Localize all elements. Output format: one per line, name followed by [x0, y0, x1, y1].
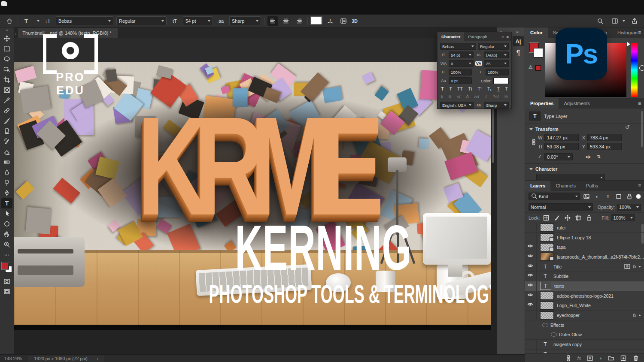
- pen-tool[interactable]: [1, 188, 12, 198]
- cp-font-family-select[interactable]: Bebas: [440, 43, 476, 50]
- character-section-header[interactable]: Character: [525, 164, 644, 173]
- cp-anti-alias-select[interactable]: Sharp: [484, 102, 509, 109]
- document-canvas[interactable]: KRME KERNING PHOTOSHOP TOOLS & TERMINOLO…: [14, 62, 491, 330]
- new-group-icon[interactable]: [608, 355, 614, 362]
- layer-row[interactable]: Outer Glow: [525, 330, 644, 340]
- text-color-swatch[interactable]: [311, 17, 322, 25]
- layer-name[interactable]: magenta: [553, 352, 644, 353]
- hue-strip[interactable]: [631, 43, 638, 97]
- zoom-level[interactable]: 148.23%: [4, 356, 22, 361]
- layer-row[interactable]: TSubtitle: [525, 272, 644, 281]
- cp-vscale-field[interactable]: 100%: [449, 69, 472, 75]
- panel-menu-icon[interactable]: ≡: [638, 100, 644, 106]
- type-tool-preset-icon[interactable]: T: [21, 16, 31, 26]
- cp-kerning-select[interactable]: 0: [449, 60, 474, 67]
- tab-properties[interactable]: Properties: [525, 98, 559, 109]
- delete-layer-icon[interactable]: [632, 355, 639, 362]
- layer-row[interactable]: Tmagenta copy: [525, 340, 644, 350]
- brush-tool[interactable]: [1, 116, 12, 126]
- color-swatches[interactable]: [2, 262, 12, 273]
- path-selection-tool[interactable]: [1, 208, 12, 219]
- layer-thumbnail[interactable]: T: [540, 341, 550, 348]
- character-panel-icon[interactable]: A|: [513, 36, 524, 46]
- opentype-button-6[interactable]: 1st: [493, 94, 499, 99]
- layer-name[interactable]: Title: [553, 264, 624, 269]
- crop-tool[interactable]: [1, 75, 12, 85]
- status-chevron-icon[interactable]: ›: [97, 356, 99, 361]
- spot-healing-brush-tool[interactable]: [1, 106, 12, 116]
- layer-thumbnail[interactable]: [540, 302, 554, 310]
- layer-thumbnail[interactable]: [540, 253, 554, 261]
- layer-name[interactable]: Subtitle: [553, 274, 644, 279]
- tab-character[interactable]: Character: [437, 32, 464, 41]
- opentype-button-7[interactable]: ½: [504, 94, 508, 99]
- layer-row[interactable]: TTitlefx: [525, 262, 644, 272]
- layer-thumbnail[interactable]: [540, 292, 554, 300]
- dodge-tool[interactable]: [1, 178, 12, 188]
- filter-adjustment-layers-icon[interactable]: ◐: [593, 193, 601, 200]
- cp-leading-select[interactable]: (Auto): [484, 51, 509, 58]
- layer-name[interactable]: tapa: [557, 244, 644, 250]
- frame-tool[interactable]: [1, 85, 12, 95]
- warp-text-icon[interactable]: T: [325, 16, 335, 26]
- align-left-button[interactable]: [267, 16, 278, 26]
- link-dimensions-icon[interactable]: [530, 139, 537, 146]
- height-field[interactable]: 59.08 px: [544, 143, 579, 150]
- filter-toggle[interactable]: [636, 194, 641, 199]
- collapse-toolbar-icon[interactable]: »: [6, 28, 7, 32]
- opentype-button-3[interactable]: A: [466, 94, 469, 99]
- visibility-toggle-empty[interactable]: [525, 350, 537, 353]
- font-size-select[interactable]: 54 pt: [183, 16, 213, 25]
- align-right-button[interactable]: [294, 16, 304, 26]
- tab-layers[interactable]: Layers: [525, 181, 550, 191]
- visibility-eye-icon[interactable]: [525, 272, 537, 281]
- layer-name[interactable]: magenta copy: [553, 342, 644, 347]
- rotate-field[interactable]: 0.00°: [544, 153, 573, 160]
- filter-pixel-layers-icon[interactable]: [582, 193, 591, 200]
- layer-name[interactable]: texto: [554, 284, 644, 289]
- tab-color[interactable]: Color: [525, 27, 548, 38]
- screen-mode-icon[interactable]: [1, 287, 12, 297]
- layer-thumbnail[interactable]: [540, 223, 554, 232]
- add-mask-icon[interactable]: [586, 355, 593, 362]
- font-family-select[interactable]: Bebas: [56, 16, 113, 25]
- chevron-down-icon[interactable]: [37, 20, 39, 22]
- cp-tracking-select[interactable]: 25: [484, 60, 509, 67]
- link-layers-icon[interactable]: [565, 355, 572, 362]
- visibility-toggle-empty[interactable]: [525, 330, 536, 340]
- clipping-badge[interactable]: [624, 263, 631, 271]
- visibility-toggle-empty[interactable]: [525, 223, 537, 232]
- gamut-warning-icon[interactable]: ⚠: [529, 64, 533, 70]
- opentype-button-2[interactable]: st: [457, 94, 460, 99]
- layer-name[interactable]: adobe-photoshop-logo-2021: [557, 293, 644, 299]
- toggle-panels-icon[interactable]: [338, 16, 349, 26]
- layer-row[interactable]: ruler: [525, 223, 644, 233]
- filter-shape-layers-icon[interactable]: [614, 193, 623, 200]
- layer-thumbnail[interactable]: [540, 233, 554, 241]
- ellipse-tool[interactable]: [1, 219, 12, 229]
- layer-thumbnail[interactable]: [540, 311, 554, 320]
- hue-marker[interactable]: [627, 42, 630, 46]
- properties-scrollbar[interactable]: [641, 111, 643, 147]
- lock-position-icon[interactable]: [563, 214, 572, 221]
- zoom-tool[interactable]: [1, 239, 12, 250]
- layer-row[interactable]: eyedropperfx: [525, 311, 644, 320]
- layer-fx-badge[interactable]: fx: [633, 313, 636, 318]
- filter-type-layers-icon[interactable]: T: [604, 193, 612, 200]
- eyedropper-tool[interactable]: [1, 95, 12, 106]
- paragraph-panel-icon[interactable]: ¶: [513, 48, 524, 58]
- layer-fx-badge[interactable]: fx: [633, 264, 636, 269]
- style-button-5[interactable]: T₁: [487, 86, 492, 91]
- panel-menu-icon[interactable]: ≡: [506, 34, 509, 39]
- panel-collapse-icon[interactable]: »: [501, 34, 504, 39]
- rectangular-marquee-tool[interactable]: [1, 44, 12, 54]
- clone-stamp-tool[interactable]: [1, 126, 12, 136]
- tab-histogram[interactable]: Histograma: [612, 27, 638, 38]
- visibility-eye-icon[interactable]: [525, 281, 537, 291]
- layer-name[interactable]: juanproedu_A_thumbnail...a2f-874f-7bfc2a…: [557, 254, 644, 259]
- layer-thumbnail[interactable]: [540, 243, 554, 251]
- layer-row[interactable]: Ellipse 1 copy 18: [525, 233, 644, 243]
- layer-row[interactable]: Tmagenta: [525, 350, 644, 353]
- layer-row[interactable]: juanproedu_A_thumbnail...a2f-874f-7bfc2a…: [525, 252, 644, 262]
- visibility-eye-icon[interactable]: [525, 301, 537, 311]
